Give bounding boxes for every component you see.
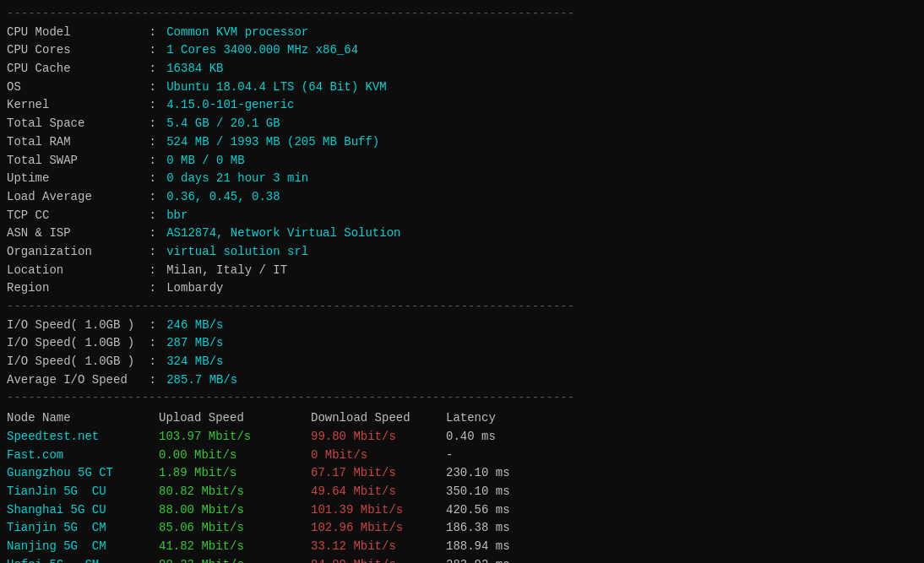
network-upload-speed: 99.23 Mbit/s <box>159 556 311 563</box>
network-latency: 420.56 ms <box>446 501 547 520</box>
table-row: Hefei 5G CM99.23 Mbit/s94.99 Mbit/s283.9… <box>7 556 917 563</box>
network-upload-speed: 88.00 Mbit/s <box>159 501 311 520</box>
asn-label: ASN & ISP <box>7 225 142 243</box>
cpu-model-label: CPU Model <box>7 24 142 42</box>
load-average-colon: : <box>142 188 163 207</box>
io1-label: I/O Speed( 1.0GB ) <box>7 317 142 335</box>
io-avg-colon: : <box>142 371 163 390</box>
total-ram-colon: : <box>142 133 163 152</box>
network-node-name: Fast.com <box>7 447 159 465</box>
network-download-speed: 33.12 Mbit/s <box>311 538 446 556</box>
total-swap-row: Total SWAP : 0 MB / 0 MB <box>7 152 917 171</box>
io1-row: I/O Speed( 1.0GB ) : 246 MB/s <box>7 317 917 335</box>
network-download-speed: 94.99 Mbit/s <box>311 556 446 563</box>
uptime-label: Uptime <box>7 170 142 188</box>
kernel-label: Kernel <box>7 96 142 115</box>
cpu-cache-colon: : <box>142 60 163 78</box>
table-row: Fast.com0.00 Mbit/s0 Mbit/s- <box>7 447 917 465</box>
separator-top: ----------------------------------------… <box>7 5 917 24</box>
header-latency: Latency <box>446 409 547 428</box>
cpu-cache-value: 16384 KB <box>166 60 223 78</box>
total-ram-value: 524 MB / 1993 MB (205 MB Buff) <box>166 133 379 152</box>
network-node-name: TianJin 5G CU <box>7 483 159 501</box>
total-swap-value: 0 MB / 0 MB <box>166 152 244 171</box>
io2-colon: : <box>142 334 163 353</box>
os-colon: : <box>142 78 163 97</box>
network-upload-speed: 85.06 Mbit/s <box>159 519 311 538</box>
table-row: TianJin 5G CU80.82 Mbit/s49.64 Mbit/s350… <box>7 483 917 501</box>
load-average-value: 0.36, 0.45, 0.38 <box>166 188 280 207</box>
os-label: OS <box>7 78 142 97</box>
network-latency: 186.38 ms <box>446 519 547 538</box>
asn-row: ASN & ISP : AS12874, Network Virtual Sol… <box>7 225 917 243</box>
io2-label: I/O Speed( 1.0GB ) <box>7 334 142 353</box>
total-space-row: Total Space : 5.4 GB / 20.1 GB <box>7 115 917 133</box>
network-latency: 188.94 ms <box>446 538 547 556</box>
separator-io: ----------------------------------------… <box>7 298 917 317</box>
location-value: Milan, Italy / IT <box>166 262 287 280</box>
total-ram-label: Total RAM <box>7 133 142 152</box>
uptime-row: Uptime : 0 days 21 hour 3 min <box>7 170 917 188</box>
network-node-name: Nanjing 5G CM <box>7 538 159 556</box>
org-value: virtual solution srl <box>166 243 308 262</box>
io3-value: 324 MB/s <box>166 353 223 371</box>
table-row: Speedtest.net103.97 Mbit/s99.80 Mbit/s0.… <box>7 428 917 447</box>
os-value: Ubuntu 18.04.4 LTS (64 Bit) KVM <box>166 78 386 97</box>
cpu-model-value: Common KVM processor <box>166 24 308 42</box>
cpu-model-row: CPU Model : Common KVM processor <box>7 24 917 42</box>
cpu-cores-row: CPU Cores : 1 Cores 3400.000 MHz x86_64 <box>7 41 917 60</box>
io1-value: 246 MB/s <box>166 317 223 335</box>
network-node-name: Guangzhou 5G CT <box>7 464 159 483</box>
kernel-colon: : <box>142 96 163 115</box>
asn-colon: : <box>142 225 163 243</box>
location-colon: : <box>142 262 163 280</box>
org-colon: : <box>142 243 163 262</box>
table-row: Shanghai 5G CU88.00 Mbit/s101.39 Mbit/s4… <box>7 501 917 520</box>
total-swap-colon: : <box>142 152 163 171</box>
cpu-cores-label: CPU Cores <box>7 41 142 60</box>
network-download-speed: 67.17 Mbit/s <box>311 464 446 483</box>
io3-row: I/O Speed( 1.0GB ) : 324 MB/s <box>7 353 917 371</box>
io2-value: 287 MB/s <box>166 334 223 353</box>
system-info-section: CPU Model : Common KVM processor CPU Cor… <box>7 24 917 298</box>
load-average-row: Load Average : 0.36, 0.45, 0.38 <box>7 188 917 207</box>
header-upload: Upload Speed <box>159 409 311 428</box>
network-latency: 230.10 ms <box>446 464 547 483</box>
network-node-name: Hefei 5G CM <box>7 556 159 563</box>
org-row: Organization : virtual solution srl <box>7 243 917 262</box>
load-average-label: Load Average <box>7 188 142 207</box>
os-row: OS : Ubuntu 18.04.4 LTS (64 Bit) KVM <box>7 78 917 97</box>
uptime-colon: : <box>142 170 163 188</box>
network-download-speed: 102.96 Mbit/s <box>311 519 446 538</box>
kernel-value: 4.15.0-101-generic <box>166 96 294 115</box>
io2-row: I/O Speed( 1.0GB ) : 287 MB/s <box>7 334 917 353</box>
separator-network: ----------------------------------------… <box>7 389 917 408</box>
table-row: Guangzhou 5G CT1.89 Mbit/s67.17 Mbit/s23… <box>7 464 917 483</box>
region-row: Region : Lombardy <box>7 279 917 298</box>
network-download-speed: 99.80 Mbit/s <box>311 428 446 447</box>
cpu-cores-value: 1 Cores 3400.000 MHz x86_64 <box>166 41 358 60</box>
cpu-cache-label: CPU Cache <box>7 60 142 78</box>
network-latency: - <box>446 447 547 465</box>
network-latency: 0.40 ms <box>446 428 547 447</box>
network-node-name: Tianjin 5G CM <box>7 519 159 538</box>
total-ram-row: Total RAM : 524 MB / 1993 MB (205 MB Buf… <box>7 133 917 152</box>
network-table-body: Speedtest.net103.97 Mbit/s99.80 Mbit/s0.… <box>7 428 917 563</box>
io-avg-value: 285.7 MB/s <box>166 371 237 390</box>
io3-colon: : <box>142 353 163 371</box>
table-row: Tianjin 5G CM85.06 Mbit/s102.96 Mbit/s18… <box>7 519 917 538</box>
network-node-name: Speedtest.net <box>7 428 159 447</box>
network-download-speed: 49.64 Mbit/s <box>311 483 446 501</box>
cpu-cache-row: CPU Cache : 16384 KB <box>7 60 917 78</box>
tcp-cc-label: TCP CC <box>7 207 142 225</box>
tcp-cc-colon: : <box>142 207 163 225</box>
network-upload-speed: 41.82 Mbit/s <box>159 538 311 556</box>
io3-label: I/O Speed( 1.0GB ) <box>7 353 142 371</box>
location-label: Location <box>7 262 142 280</box>
region-label: Region <box>7 279 142 298</box>
total-swap-label: Total SWAP <box>7 152 142 171</box>
table-row: Nanjing 5G CM41.82 Mbit/s33.12 Mbit/s188… <box>7 538 917 556</box>
io-section: I/O Speed( 1.0GB ) : 246 MB/s I/O Speed(… <box>7 317 917 390</box>
total-space-value: 5.4 GB / 20.1 GB <box>166 115 280 133</box>
tcp-cc-row: TCP CC : bbr <box>7 207 917 225</box>
